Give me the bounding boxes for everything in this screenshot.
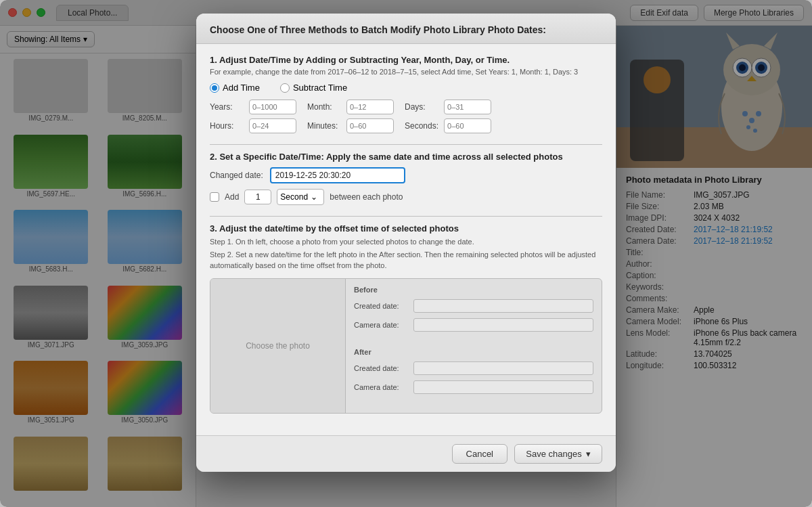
radio-group: Add Time Subtract Time xyxy=(210,83,602,93)
add-checkbox[interactable] xyxy=(210,192,219,202)
before-title: Before xyxy=(354,286,593,294)
modal-footer: Cancel Save changes ▾ xyxy=(196,435,616,472)
method2-title: 2. Set a Specific Date/Time: Apply the s… xyxy=(210,152,602,162)
before-after-panel: Before Created date: Camera date: After xyxy=(346,279,602,413)
method1-title: 1. Adjust Date/Time by Adding or Subtrac… xyxy=(210,55,602,65)
before-created-input[interactable] xyxy=(413,299,593,313)
modal-overlay: Choose One of Three Methods to Batch Mod… xyxy=(0,0,812,507)
before-created-row: Created date: xyxy=(354,299,593,313)
after-camera-input[interactable] xyxy=(413,380,593,394)
fields-row-1: Years: Month: Days: xyxy=(210,100,602,114)
save-arrow-icon: ▾ xyxy=(586,449,591,459)
between-label: between each photo xyxy=(330,192,403,202)
choose-photo-area[interactable]: Choose the photo xyxy=(210,279,346,413)
modal-dialog: Choose One of Three Methods to Batch Mod… xyxy=(196,14,616,472)
step1-text: Step 1. On th left, choose a photo from … xyxy=(210,236,602,248)
fields-row-2: Hours: Minutes: Seconds: xyxy=(210,118,602,133)
unit-label: Second xyxy=(280,192,308,202)
before-camera-input[interactable] xyxy=(413,318,593,332)
hours-label: Hours: xyxy=(210,121,244,131)
after-created-label: Created date: xyxy=(354,364,408,372)
seconds-input[interactable] xyxy=(444,118,491,133)
after-title: After xyxy=(354,348,593,356)
seconds-label: Seconds: xyxy=(405,121,438,131)
save-changes-label: Save changes xyxy=(526,449,581,459)
add-time-radio[interactable] xyxy=(210,83,219,93)
choose-photo-label: Choose the photo xyxy=(246,341,310,351)
years-input[interactable] xyxy=(249,100,296,114)
hours-input[interactable] xyxy=(249,118,296,133)
method2-date-row: Changed date: xyxy=(210,167,602,183)
before-created-label: Created date: xyxy=(354,302,408,310)
cancel-button[interactable]: Cancel xyxy=(452,444,508,464)
days-label: Days: xyxy=(405,102,438,112)
main-window: Local Photo... Edit Exif data Merge Phot… xyxy=(0,0,812,507)
minutes-label: Minutes: xyxy=(307,121,341,131)
add-time-label: Add Time xyxy=(223,83,260,93)
after-created-row: Created date: xyxy=(354,361,593,375)
changed-date-input[interactable] xyxy=(270,167,405,183)
step2-text: Step 2. Set a new date/time for the left… xyxy=(210,249,602,271)
modal-title: Choose One of Three Methods to Batch Mod… xyxy=(210,24,602,35)
save-changes-button[interactable]: Save changes ▾ xyxy=(514,444,602,464)
modal-header: Choose One of Three Methods to Batch Mod… xyxy=(196,14,616,44)
method3-section: 3. Adjust the date/time by the offset ti… xyxy=(210,223,602,414)
changed-date-label: Changed date: xyxy=(210,171,263,180)
unit-select[interactable]: Second ⌄ xyxy=(277,189,324,205)
chevron-down-icon: ⌄ xyxy=(311,192,317,202)
before-camera-label: Camera date: xyxy=(354,321,408,329)
method3-title: 3. Adjust the date/time by the offset ti… xyxy=(210,223,602,234)
days-input[interactable] xyxy=(444,100,491,114)
method1-section: 1. Adjust Date/Time by Adding or Subtrac… xyxy=(210,55,602,133)
modal-body: 1. Adjust Date/Time by Adding or Subtrac… xyxy=(196,44,616,435)
after-created-input[interactable] xyxy=(413,361,593,375)
method1-desc: For example, change the date from 2017–0… xyxy=(210,68,602,76)
method3-steps: Step 1. On th left, choose a photo from … xyxy=(210,236,602,271)
month-label: Month: xyxy=(307,102,341,112)
add-row: Add Second ⌄ between each photo xyxy=(210,189,602,205)
photo-select-area: Choose the photo Before Created date: Ca… xyxy=(210,278,602,414)
after-camera-row: Camera date: xyxy=(354,380,593,394)
add-label: Add xyxy=(225,192,239,202)
minutes-input[interactable] xyxy=(346,118,394,133)
after-camera-label: Camera date: xyxy=(354,383,408,391)
add-value-input[interactable] xyxy=(244,190,271,204)
subtract-time-radio[interactable] xyxy=(280,83,290,93)
before-camera-row: Camera date: xyxy=(354,318,593,332)
subtract-time-option[interactable]: Subtract Time xyxy=(280,83,347,93)
add-time-option[interactable]: Add Time xyxy=(210,83,260,93)
month-input[interactable] xyxy=(346,100,394,114)
subtract-time-label: Subtract Time xyxy=(293,83,347,93)
method2-section: 2. Set a Specific Date/Time: Apply the s… xyxy=(210,152,602,205)
years-label: Years: xyxy=(210,102,244,112)
